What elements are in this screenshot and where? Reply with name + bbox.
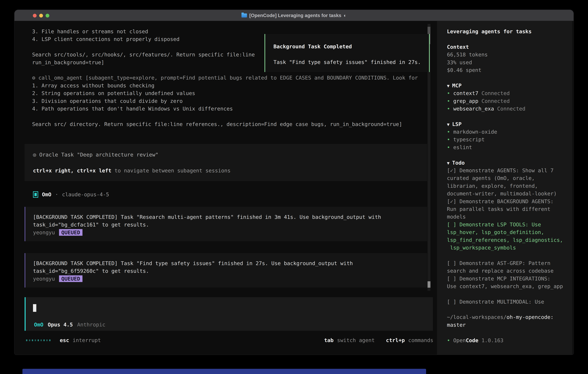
task-message-line: task_id="bg_dcfac161" to get results.: [33, 221, 427, 229]
blank-line: [447, 35, 563, 43]
context-tokens: 66,518 tokens: [447, 51, 563, 58]
todo-line: [✓] Demonstrate BACKGROUND AGENTS:: [447, 197, 563, 205]
task-message-line: [BACKGROUND TASK COMPLETED] Task "Find t…: [33, 260, 427, 267]
terminal-window: [OpenCode] Leveraging agents for tasks ◐…: [14, 10, 574, 355]
todo-line: [✓] Demonstrate AGENTS: Show all 7: [447, 166, 563, 174]
todo-line-active: lsp_hover, lsp_goto_definition,: [447, 228, 563, 236]
task-message-line: [BACKGROUND TASK COMPLETED] Task "Resear…: [33, 213, 427, 221]
todo-line: [ ] Demonstrate AST-GREP: Pattern: [447, 259, 563, 267]
todo-line: models: [447, 213, 563, 220]
session-title: Leveraging agents for tasks: [447, 28, 563, 35]
agent-icon: [33, 191, 38, 198]
tab-key-label: switch agent: [337, 337, 375, 343]
todo-line: [ ] Demonstrate MULTIMODAL: Use: [447, 298, 563, 306]
context-spent: $0.46 spent: [447, 66, 563, 74]
separator-dot: ·: [55, 191, 58, 197]
mcp-section-header[interactable]: ▼MCP: [447, 82, 563, 89]
mcp-item: •websearch_exa Connected: [447, 105, 563, 113]
queued-badge: QUEUED: [59, 275, 83, 282]
context-heading: Context: [447, 43, 563, 51]
agent-model: claude-opus-4-5: [62, 191, 109, 197]
blank-line: [447, 74, 563, 82]
window-title-text: [OpenCode] Leveraging agents for tasks: [249, 13, 341, 18]
lsp-item: •eslint: [447, 144, 563, 151]
chevron-down-icon: ▼: [447, 161, 450, 166]
key-combo: ctrl+x right, ctrl+x left: [33, 168, 111, 174]
tool-call-text: call_omo_agent [subagent_type=explore, p…: [38, 75, 418, 81]
oracle-task-hint: ctrl+x right, ctrl+x left to navigate be…: [33, 167, 427, 174]
workspace-branch: master: [447, 321, 563, 329]
agent-header: OmO · claude-opus-4-5: [33, 191, 109, 198]
task-meta-line: yeongyu QUEUED: [33, 229, 427, 236]
todo-line-active: lsp_find_references, lsp_diagnostics,: [447, 236, 563, 244]
ctrlp-key-label: commands: [408, 337, 433, 343]
tab-key-hint: tab: [324, 337, 334, 343]
blank-line: [447, 329, 563, 336]
prompt-input[interactable]: OmO Opus 4.5 Anthropic: [25, 297, 433, 331]
task-user: yeongyu: [33, 275, 55, 283]
background-window-strip: [22, 369, 426, 374]
chevron-down-icon: ▼: [447, 122, 450, 127]
todo-line: search and replace across codebase: [447, 267, 563, 275]
bullseye-icon: ◎: [33, 152, 36, 158]
provider-label: Anthropic: [77, 322, 105, 328]
input-meta: OmO Opus 4.5 Anthropic: [34, 321, 105, 328]
blank-line: [447, 290, 563, 298]
esc-key-label: interrupt: [73, 337, 101, 343]
status-dot-icon: •: [447, 98, 450, 104]
status-dot-icon: •: [447, 106, 450, 112]
blank-line: [32, 113, 418, 120]
todo-line: Use context7, websearch_exa, grep_app: [447, 282, 563, 290]
desktop-background: [OpenCode] Leveraging agents for tasks ◐…: [0, 0, 588, 374]
background-task-row: [BACKGROUND TASK COMPLETED] Task "Find t…: [25, 253, 427, 288]
context-used: 33% used: [447, 59, 563, 66]
task-user: yeongyu: [33, 229, 55, 236]
status-dot-icon: •: [447, 136, 450, 143]
tool-call-item: 2. String operations on potentially unde…: [32, 89, 418, 97]
tool-call-item: 1. Array access without bounds checking: [32, 82, 418, 89]
blank-line: [447, 113, 563, 120]
window-titlebar: [OpenCode] Leveraging agents for tasks ◐: [14, 10, 574, 21]
queued-badge: QUEUED: [59, 229, 83, 236]
active-model-label: Opus 4.5: [48, 322, 73, 328]
background-task-row: [BACKGROUND TASK COMPLETED] Task "Resear…: [25, 207, 427, 241]
gear-icon: ⚙: [32, 75, 35, 81]
folder-icon: [242, 13, 247, 18]
background-task-notification: Background Task Completed Task "Find typ…: [264, 34, 430, 72]
main-scrollbar-thumb[interactable]: [428, 281, 430, 288]
status-dot-icon: •: [447, 337, 450, 343]
lsp-item: •typescript: [447, 136, 563, 143]
version-line: •OpenCode 1.0.163: [447, 337, 563, 344]
todo-line-active: [ ] Demonstrate LSP TOOLS: Use: [447, 221, 563, 228]
ctrlp-key-hint: ctrl+p: [386, 337, 405, 343]
mcp-item: •grep_app Connected: [447, 97, 563, 105]
todo-line-active: lsp_workspace_symbols: [447, 244, 563, 251]
blank-line: [447, 306, 563, 313]
lsp-item: •markdown-oxide: [447, 128, 563, 136]
lsp-section-header[interactable]: ▼LSP: [447, 120, 563, 128]
active-agent-label: OmO: [34, 322, 43, 328]
todo-line: Run parallel tasks with different: [447, 205, 563, 213]
sidebar-content: Leveraging agents for tasks Context 66,5…: [447, 28, 563, 344]
statusbar-right: tab switch agent ctrl+p commands: [289, 336, 433, 344]
workspace-path: ~/local-workspaces/oh-my-opencode:: [447, 313, 563, 321]
oracle-task-box: ◎ Oracle Task "Deep architecture review"…: [25, 144, 427, 181]
tool-call-footer: Search src/ directory. Return specific f…: [32, 120, 418, 128]
notification-body: Task "Find type safety issues" finished …: [273, 58, 429, 66]
todo-line: curated agents (OmO, oracle,: [447, 174, 563, 182]
tool-call-item: 3. Division operations that could divide…: [32, 97, 418, 105]
todo-section-header[interactable]: ▼Todo: [447, 159, 563, 166]
status-dot-icon: •: [447, 90, 450, 96]
tool-call-item: 4. Path operations that don't handle Win…: [32, 105, 418, 113]
tool-call-header: ⚙ call_omo_agent [subagent_type=explore,…: [32, 74, 418, 82]
status-dot-icon: •: [447, 144, 450, 150]
blank-line: [447, 151, 563, 159]
chevron-down-icon: ▼: [447, 83, 450, 88]
agent-name: OmO: [42, 191, 51, 197]
window-title: [OpenCode] Leveraging agents for tasks ◐: [14, 10, 574, 21]
sidebar: Leveraging agents for tasks Context 66,5…: [437, 21, 572, 355]
todo-line: librarian, explore, frontend,: [447, 182, 563, 190]
text-cursor: [33, 304, 36, 312]
todo-line: [ ] Demonstrate MCP INTEGRATIONS:: [447, 275, 563, 282]
spinner-icon: [26, 339, 51, 341]
